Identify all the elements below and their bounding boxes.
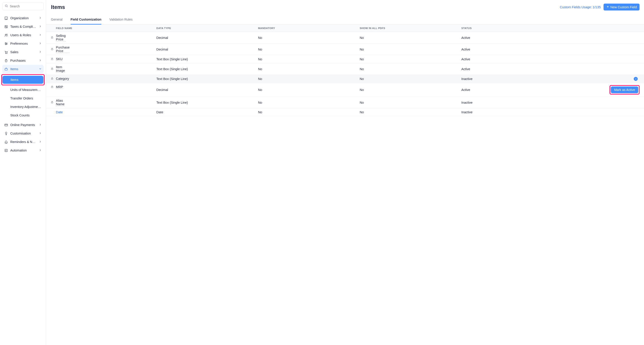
sidebar-item-reminders[interactable]: Reminders & Notific… (2, 138, 44, 146)
lock-icon (50, 57, 54, 61)
sidebar-item-preferences[interactable]: Preferences (2, 39, 44, 48)
tabs: General Field Customization Validation R… (46, 15, 644, 24)
cell-data-type: Text Box (Single Line) (154, 63, 255, 75)
field-name-text[interactable]: Date (56, 110, 63, 114)
svg-rect-26 (52, 68, 53, 69)
chevron-right-icon (39, 132, 42, 135)
lock-icon (50, 100, 54, 104)
table-row[interactable]: Selling PriceDecimalNoNoActive (46, 32, 644, 43)
sidebar-item-organization[interactable]: Organization (2, 14, 44, 22)
search-box[interactable] (2, 2, 44, 10)
sliders-icon (4, 41, 8, 45)
sidebar-subitem-stock-counts[interactable]: Stock Counts (2, 111, 44, 119)
new-custom-field-label: New Custom Field (610, 5, 637, 9)
main-content: Items Custom Fields Usage: 1/135 New Cus… (46, 0, 644, 345)
highlight-annotation: Mark as Active (610, 85, 640, 94)
sidebar-item-taxes[interactable]: Taxes & Compliance (2, 22, 44, 31)
sidebar-item-label: Organization (10, 16, 36, 20)
cell-status: Active (459, 83, 548, 97)
field-name-text[interactable]: MRP (56, 85, 63, 89)
tab-validation-rules[interactable]: Validation Rules (109, 15, 132, 24)
bolt-icon (4, 148, 8, 152)
percent-icon (4, 24, 8, 28)
cell-data-type: Date (154, 108, 255, 116)
svg-point-5 (6, 27, 7, 27)
cell-status: Inactive (459, 97, 548, 108)
lock-icon (50, 67, 54, 71)
field-name-text[interactable]: Item Image (56, 65, 65, 73)
sidebar-item-automation[interactable]: Automation (2, 146, 44, 155)
cell-action (548, 108, 644, 116)
fields-table: FIELD NAME DATA TYPE MANDATORY SHOW IN A… (46, 24, 644, 116)
cell-show-in-pdfs: No (357, 108, 459, 116)
bag-icon (4, 58, 8, 62)
table-row[interactable]: CategoryText Box (Single Line)NoNoInacti… (46, 75, 644, 83)
field-name-text[interactable]: SKU (56, 57, 62, 61)
svg-point-12 (5, 42, 6, 43)
sidebar-item-items[interactable]: Items (2, 65, 44, 73)
mark-as-active-button[interactable]: Mark as Active (611, 86, 638, 93)
cell-action (548, 63, 644, 75)
sidebar-item-purchases[interactable]: Purchases (2, 56, 44, 65)
tab-field-customization[interactable]: Field Customization (71, 15, 102, 24)
cell-action (548, 32, 644, 43)
lock-icon (50, 77, 54, 81)
table-row[interactable]: DateDateNoNoInactive (46, 108, 644, 116)
custom-fields-usage-link[interactable]: Custom Fields Usage: 1/135 (560, 5, 601, 9)
sidebar-subitem-transfer-orders[interactable]: Transfer Orders (2, 94, 44, 102)
sidebar-item-users-roles[interactable]: Users & Roles (2, 31, 44, 39)
table-row[interactable]: Alias NameText Box (Single Line)NoNoInac… (46, 97, 644, 108)
cell-mandatory: No (255, 83, 357, 97)
sidebar-item-sales[interactable]: Sales (2, 48, 44, 56)
cell-show-in-pdfs: No (357, 83, 459, 97)
briefcase-icon (4, 67, 8, 71)
table-row[interactable]: MRPDecimalNoNoActiveMark as Active (46, 83, 644, 97)
svg-point-8 (6, 34, 8, 35)
svg-point-16 (6, 53, 7, 54)
sidebar-subitem-items[interactable]: Items (2, 76, 44, 84)
building-icon (4, 16, 8, 20)
cell-mandatory: No (255, 63, 357, 75)
svg-rect-17 (5, 68, 7, 70)
field-name-text[interactable]: Selling Price (56, 34, 66, 41)
chevron-down-icon (39, 67, 42, 71)
new-custom-field-button[interactable]: New Custom Field (604, 3, 640, 10)
chevron-right-icon (39, 140, 42, 144)
row-dropdown-toggle[interactable] (634, 77, 638, 81)
cell-show-in-pdfs: No (357, 43, 459, 55)
cell-action: Mark as Active (548, 83, 644, 97)
table-row[interactable]: Purchase PriceDecimalNoNoActive (46, 43, 644, 55)
sidebar-item-label: Automation (10, 149, 36, 152)
th-mandatory: MANDATORY (255, 24, 357, 32)
sidebar-item-customisation[interactable]: Customisation (2, 129, 44, 138)
cell-mandatory: No (255, 55, 357, 63)
table-row[interactable]: Item ImageText Box (Single Line)NoNoActi… (46, 63, 644, 75)
cell-show-in-pdfs: No (357, 63, 459, 75)
chevron-right-icon (39, 42, 42, 45)
sidebar-item-label: Customisation (10, 132, 36, 135)
cell-show-in-pdfs: No (357, 97, 459, 108)
sidebar-item-label: Reminders & Notific… (10, 140, 36, 144)
sidebar-item-label: Users & Roles (10, 33, 36, 37)
sidebar-subitem-inventory-adjustments[interactable]: Inventory Adjustme… (2, 103, 44, 111)
th-status: STATUS (459, 24, 548, 32)
table-row[interactable]: SKUText Box (Single Line)NoNoActive (46, 55, 644, 63)
sidebar-item-online-payments[interactable]: Online Payments (2, 121, 44, 129)
cell-mandatory: No (255, 108, 357, 116)
sidebar-subitem-units[interactable]: Units of Measurement (2, 86, 44, 94)
cell-mandatory: No (255, 43, 357, 55)
cell-data-type: Decimal (154, 43, 255, 55)
search-icon (5, 4, 10, 8)
cell-status: Active (459, 55, 548, 63)
cell-status: Inactive (459, 75, 548, 83)
sidebar: Organization Taxes & Compliance Users & … (0, 0, 46, 345)
lock-icon (50, 110, 54, 114)
field-name-text[interactable]: Alias Name (56, 99, 64, 106)
tab-general[interactable]: General (51, 15, 62, 24)
field-name-text[interactable]: Purchase Price (56, 45, 70, 53)
sidebar-item-label: Items (10, 67, 36, 71)
sidebar-item-label: Taxes & Compliance (10, 25, 36, 28)
field-name-text[interactable]: Category (56, 77, 69, 81)
search-input[interactable] (10, 4, 41, 8)
th-show-in-pdfs: SHOW IN ALL PDFS (357, 24, 459, 32)
